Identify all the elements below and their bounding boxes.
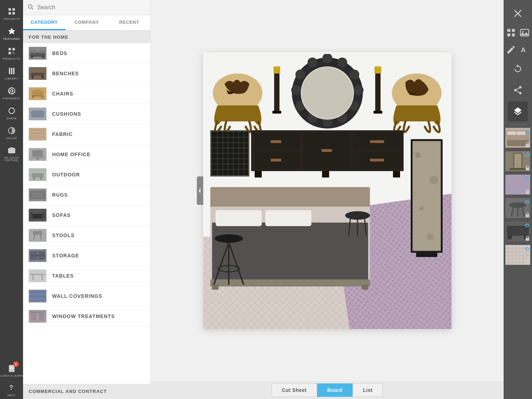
- tab-recent[interactable]: RECENT: [108, 15, 150, 30]
- svg-rect-184: [526, 238, 529, 241]
- category-item-outdoor[interactable]: OUTDOOR: [23, 165, 150, 185]
- svg-point-53: [37, 257, 38, 258]
- image-view-button[interactable]: [518, 26, 531, 39]
- sidebar-item-label: PROJECTS: [3, 17, 20, 21]
- thumb-item-fabric[interactable]: [505, 245, 530, 266]
- sidebar-item-library[interactable]: LIBRARY: [0, 62, 23, 82]
- grid-view-button[interactable]: [505, 26, 517, 39]
- category-list: FOR THE HOME BEDS BENCHES CHAIRS: [23, 31, 150, 384]
- svg-rect-119: [271, 140, 281, 143]
- lock-icon: [525, 165, 530, 172]
- svg-rect-138: [216, 210, 262, 226]
- svg-rect-123: [370, 159, 384, 162]
- svg-rect-134: [416, 253, 437, 257]
- color-icon: [7, 126, 17, 136]
- lock-icon: [525, 142, 530, 148]
- category-item-sofas[interactable]: SOFAS: [23, 205, 150, 225]
- svg-rect-7: [13, 68, 15, 74]
- category-label-chairs: CHAIRS: [52, 91, 73, 97]
- sidebar-item-help[interactable]: ? HELP: [0, 379, 23, 399]
- tab-company[interactable]: COMPANY: [66, 15, 108, 30]
- category-thumb-wall-coverings: [29, 290, 46, 302]
- sidebar-item-projects[interactable]: PROJECTS: [0, 3, 23, 23]
- thumb-item-stool[interactable]: [505, 198, 530, 219]
- sidebar-item-lunch-learn[interactable]: 3 LUNCH & LEARN: [0, 360, 23, 379]
- svg-point-130: [415, 152, 421, 158]
- collapse-handle[interactable]: [197, 176, 203, 205]
- category-label-storage: STORAGE: [52, 253, 79, 258]
- svg-rect-155: [512, 29, 515, 32]
- svg-rect-54: [30, 274, 45, 275]
- products-icon: [7, 46, 17, 56]
- svg-point-148: [345, 211, 370, 220]
- category-thumb-home-office: [29, 148, 46, 161]
- category-item-chairs[interactable]: CHAIRS: [23, 84, 150, 104]
- svg-point-133: [427, 233, 434, 240]
- list-button[interactable]: List: [353, 383, 383, 397]
- category-thumb-beds: [29, 47, 46, 60]
- board-area: [151, 0, 504, 381]
- sidebar-item-ar-color[interactable]: AR COLOR CAPTURE: [0, 142, 23, 164]
- commercial-footer[interactable]: COMMERCIAL AND CONTRACT: [23, 384, 150, 399]
- svg-line-15: [32, 8, 33, 9]
- svg-rect-174: [526, 191, 529, 194]
- search-input[interactable]: [36, 3, 146, 12]
- category-item-storage[interactable]: STORAGE: [23, 246, 150, 266]
- svg-rect-142: [362, 285, 368, 290]
- category-item-wall-coverings[interactable]: WALL COVERINGS: [23, 286, 150, 306]
- rotate-button[interactable]: [508, 59, 528, 79]
- sidebar-item-featured[interactable]: FEATURED: [0, 23, 23, 43]
- svg-rect-169: [526, 168, 529, 170]
- thumb-item-mirror[interactable]: [505, 151, 530, 173]
- svg-marker-4: [8, 28, 15, 34]
- board-button[interactable]: Board: [317, 383, 353, 397]
- category-label-wall-coverings: WALL COVERINGS: [52, 293, 102, 299]
- close-button[interactable]: [508, 4, 528, 23]
- category-item-fabric[interactable]: FABRIC: [23, 124, 150, 144]
- svg-point-175: [509, 202, 526, 208]
- svg-point-143: [215, 234, 243, 243]
- share-button[interactable]: [508, 80, 528, 100]
- sidebar-item-color[interactable]: COLOR: [0, 122, 23, 142]
- svg-rect-168: [510, 168, 526, 170]
- pinterest-icon: [7, 86, 17, 96]
- svg-rect-35: [32, 173, 44, 177]
- cut-sheet-button[interactable]: Cut Sheet: [272, 383, 317, 397]
- category-panel: CATEGORY COMPANY RECENT FOR THE HOME BED…: [23, 0, 151, 399]
- library-icon: [7, 66, 17, 76]
- lock-icon: [525, 236, 530, 242]
- category-item-tables[interactable]: TABLES: [23, 266, 150, 286]
- svg-rect-188: [526, 261, 529, 264]
- svg-rect-23: [41, 76, 44, 78]
- svg-rect-163: [507, 131, 516, 135]
- svg-point-86: [349, 70, 359, 80]
- thumb-item-bench[interactable]: [505, 222, 530, 243]
- sidebar-item-shape[interactable]: SHAPE: [0, 102, 23, 122]
- category-item-stools[interactable]: STOOLS: [23, 225, 150, 246]
- svg-rect-1: [12, 8, 15, 11]
- svg-rect-57: [29, 290, 46, 302]
- category-thumb-chairs: [29, 87, 46, 100]
- svg-point-159: [522, 31, 524, 33]
- category-item-cushions[interactable]: CUSHIONS: [23, 104, 150, 124]
- text-button[interactable]: A: [518, 43, 531, 56]
- category-item-rugs[interactable]: RUGS: [23, 185, 150, 205]
- category-item-beds[interactable]: BEDS: [23, 43, 150, 64]
- eye-icon: [525, 199, 530, 205]
- category-item-home-office[interactable]: HOME OFFICE: [23, 144, 150, 165]
- svg-rect-78: [272, 111, 281, 114]
- tab-category[interactable]: CATEGORY: [23, 15, 66, 30]
- svg-rect-20: [42, 55, 44, 58]
- svg-point-132: [419, 206, 423, 211]
- sidebar-item-products[interactable]: PRODUCTS: [0, 43, 23, 62]
- layers-button[interactable]: [508, 102, 528, 121]
- thumb-item-bed[interactable]: [505, 128, 530, 149]
- edit-button[interactable]: [505, 43, 517, 56]
- svg-line-49: [40, 235, 41, 240]
- board-canvas: [203, 52, 451, 329]
- sidebar-item-label: FEATURED: [3, 37, 20, 40]
- sidebar-item-pinterest[interactable]: PINTEREST: [0, 82, 23, 102]
- category-item-benches[interactable]: BENCHES: [23, 64, 150, 84]
- category-item-window-treatments[interactable]: WINDOW TREATMENTS: [23, 306, 150, 327]
- thumb-item-rug[interactable]: [505, 175, 530, 196]
